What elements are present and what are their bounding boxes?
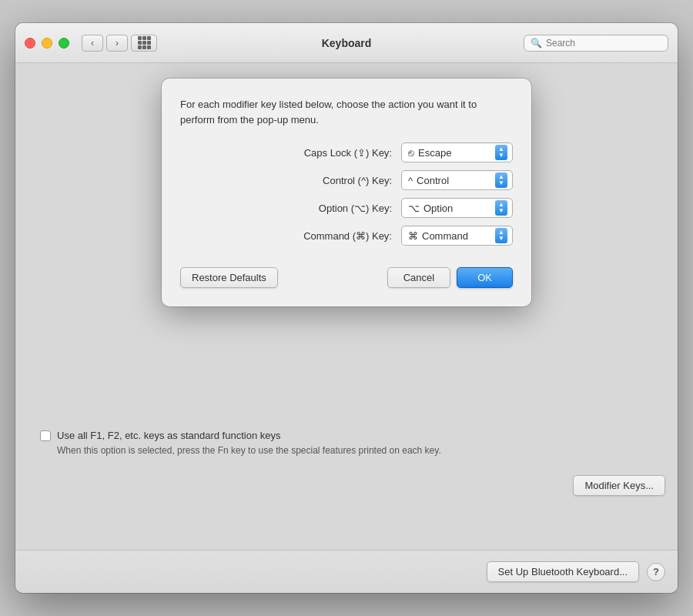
- nav-buttons: ‹ ›: [82, 35, 128, 52]
- maximize-button[interactable]: [59, 38, 69, 49]
- minimize-button[interactable]: [42, 38, 52, 49]
- caps-lock-symbol: ⎋: [408, 147, 414, 159]
- forward-button[interactable]: ›: [106, 35, 128, 52]
- content-area: For each modifier key listed below, choo…: [15, 63, 678, 550]
- command-value: ⌘ Command: [408, 230, 468, 242]
- modal-dialog: For each modifier key listed below, choo…: [162, 79, 531, 306]
- search-icon: 🔍: [531, 38, 542, 49]
- option-arrows: ▲ ▼: [495, 200, 507, 216]
- option-value: ⌥ Option: [408, 203, 453, 214]
- key-rows: Caps Lock (⇪) Key: ⎋ Escape ▲ ▼: [180, 142, 513, 246]
- command-text: Command: [422, 230, 468, 242]
- command-row: Command (⌘) Key: ⌘ Command ▲ ▼: [196, 226, 513, 246]
- close-button[interactable]: [25, 38, 35, 49]
- search-input[interactable]: [546, 38, 661, 49]
- command-label: Command (⌘) Key:: [303, 230, 392, 242]
- control-text: Control: [417, 175, 449, 186]
- bottom-bar: Set Up Bluetooth Keyboard... ?: [15, 550, 678, 593]
- option-text: Option: [424, 203, 453, 214]
- traffic-lights: [25, 38, 69, 49]
- bluetooth-keyboard-button[interactable]: Set Up Bluetooth Keyboard...: [487, 561, 639, 582]
- titlebar: ‹ › Keyboard 🔍: [15, 23, 678, 63]
- cancel-button[interactable]: Cancel: [387, 267, 450, 288]
- window-title: Keyboard: [322, 37, 372, 49]
- modal-buttons: Restore Defaults Cancel OK: [180, 264, 513, 288]
- caps-lock-row: Caps Lock (⇪) Key: ⎋ Escape ▲ ▼: [196, 142, 513, 162]
- modal-overlay: For each modifier key listed below, choo…: [15, 63, 678, 550]
- grid-button[interactable]: [131, 35, 157, 52]
- modal-right-buttons: Cancel OK: [387, 267, 513, 288]
- control-arrows: ▲ ▼: [495, 172, 507, 188]
- caps-lock-label: Caps Lock (⇪) Key:: [304, 147, 392, 159]
- grid-icon: [138, 36, 151, 49]
- control-symbol: ^: [408, 175, 413, 186]
- back-button[interactable]: ‹: [82, 35, 103, 52]
- option-symbol: ⌥: [408, 203, 420, 214]
- option-select[interactable]: ⌥ Option ▲ ▼: [401, 198, 513, 218]
- caps-lock-arrows: ▲ ▼: [495, 145, 507, 160]
- caps-lock-value: ⎋ Escape: [408, 147, 451, 159]
- modal-description: For each modifier key listed below, choo…: [180, 97, 513, 127]
- caps-lock-select[interactable]: ⎋ Escape ▲ ▼: [401, 142, 513, 162]
- command-symbol: ⌘: [408, 230, 418, 242]
- option-label: Option (⌥) Key:: [319, 203, 392, 214]
- search-box[interactable]: 🔍: [524, 35, 668, 52]
- caps-lock-text: Escape: [418, 147, 451, 159]
- command-select[interactable]: ⌘ Command ▲ ▼: [401, 226, 513, 246]
- help-button[interactable]: ?: [647, 563, 665, 581]
- main-window: ‹ › Keyboard 🔍 For each modifier key lis…: [15, 23, 678, 593]
- control-label: Control (^) Key:: [323, 175, 392, 186]
- option-row: Option (⌥) Key: ⌥ Option ▲ ▼: [196, 198, 513, 218]
- command-arrows: ▲ ▼: [495, 228, 507, 243]
- control-value: ^ Control: [408, 175, 449, 186]
- ok-button[interactable]: OK: [457, 267, 513, 288]
- control-select[interactable]: ^ Control ▲ ▼: [401, 170, 513, 190]
- control-row: Control (^) Key: ^ Control ▲ ▼: [196, 170, 513, 190]
- restore-defaults-button[interactable]: Restore Defaults: [180, 267, 278, 288]
